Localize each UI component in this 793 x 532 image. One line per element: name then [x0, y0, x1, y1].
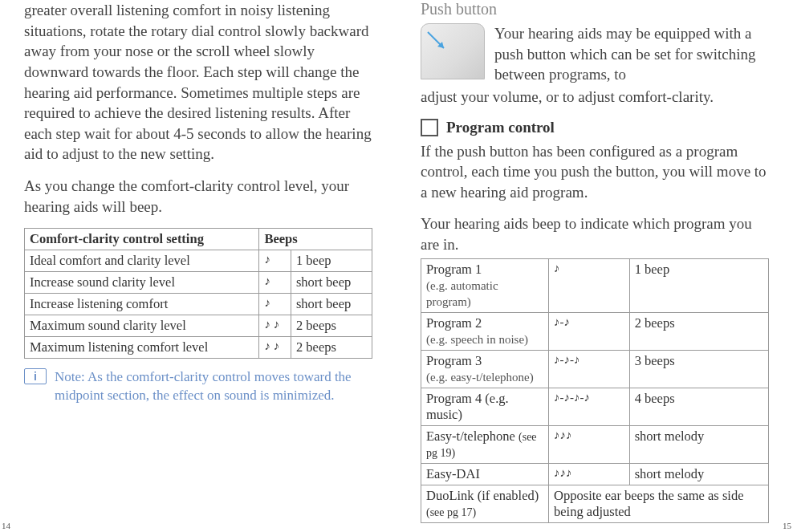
push-button-intro-line2: adjust your volume, or to adjust comfort… [421, 87, 769, 108]
table-row: Program 4 (e.g. music) ♪-♪-♪-♪ 4 beeps [421, 388, 769, 425]
program-control-para2: Your hearing aids beep to indicate which… [421, 213, 769, 254]
program-beep-table: Program 1 (e.g. automatic program) ♪ 1 b… [421, 258, 769, 523]
left-paragraph-1: greater overall listening comfort in noi… [24, 0, 372, 164]
note-icon-glyph: ♪ ♪ [259, 337, 291, 359]
info-icon: i [24, 368, 47, 384]
note-icon-glyph: ♪♪♪ [549, 463, 630, 485]
left-paragraph-2: As you change the comfort-clarity contro… [24, 176, 372, 217]
table-row: Maximum listening comfort level ♪ ♪ 2 be… [25, 337, 372, 359]
table-header-beeps: Beeps [259, 229, 372, 250]
table-row: Increase listening comfort ♪ short beep [25, 294, 372, 315]
table-row: Increase sound clarity level ♪ short bee… [25, 272, 372, 294]
program-control-label: Program control [446, 119, 555, 136]
table-row: Program 1 (e.g. automatic program) ♪ 1 b… [421, 258, 769, 312]
page-number-right: 15 [783, 521, 791, 530]
table-row: Maximum sound clarity level ♪ ♪ 2 beeps [25, 315, 372, 337]
program-control-para1: If the push button has been configured a… [421, 141, 769, 203]
note-icon-glyph: ♪ [259, 250, 291, 272]
note-icon-glyph: ♪-♪-♪-♪ [549, 388, 630, 425]
table-row: Ideal comfort and clarity level ♪ 1 beep [25, 250, 372, 272]
note-icon-glyph: ♪ [549, 258, 630, 312]
table-row: Easy-DAI ♪♪♪ short melody [421, 463, 769, 485]
push-button-image [421, 23, 485, 79]
table-row: Easy-t/telephone (see pg 19) ♪♪♪ short m… [421, 425, 769, 463]
table-header-row: Comfort-clarity control setting Beeps [25, 229, 372, 250]
note-icon-glyph: ♪ [259, 294, 291, 315]
note-icon-glyph: ♪ [259, 272, 291, 294]
page-number-left: 14 [2, 521, 10, 530]
comfort-clarity-table: Comfort-clarity control setting Beeps Id… [24, 228, 372, 359]
table-row: DuoLink (if enabled) (see pg 17) Opposit… [421, 485, 769, 522]
table-row: Program 2 (e.g. speech in noise) ♪-♪ 2 b… [421, 312, 769, 350]
note-icon-glyph: ♪♪♪ [549, 425, 630, 463]
table-header-setting: Comfort-clarity control setting [25, 229, 259, 250]
note-icon-glyph: ♪ ♪ [259, 315, 291, 337]
push-button-intro-line1: Your hearing aids may be equipped with a… [494, 23, 769, 85]
note-icon-glyph: ♪-♪-♪ [549, 350, 630, 388]
checkbox-icon[interactable] [421, 119, 438, 136]
program-control-checkbox-row: Program control [421, 119, 769, 136]
table-row: Program 3 (e.g. easy-t/telephone) ♪-♪-♪ … [421, 350, 769, 388]
info-note-text: Note: As the comfort-clarity control mov… [55, 368, 372, 404]
note-icon-glyph: ♪-♪ [549, 312, 630, 350]
push-button-heading: Push button [421, 0, 769, 18]
info-note: i Note: As the comfort-clarity control m… [24, 368, 372, 404]
